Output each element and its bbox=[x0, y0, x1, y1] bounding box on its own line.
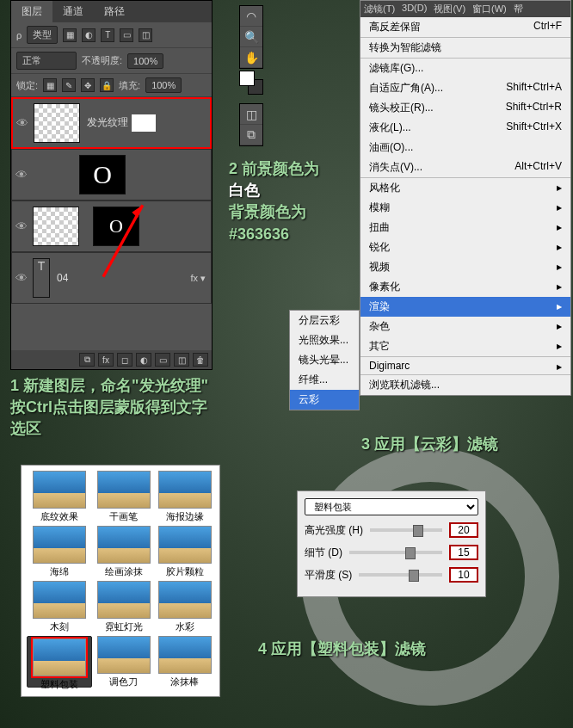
blend-mode-select[interactable]: 正常 bbox=[16, 52, 77, 70]
menu-item[interactable]: 滤镜库(G)... bbox=[360, 58, 570, 78]
lock-move-icon[interactable]: ✥ bbox=[81, 78, 95, 92]
plastic-wrap-dialog: 塑料包装 高光强度 (H)20细节 (D)15平滑度 (S)10 bbox=[297, 490, 486, 597]
filter-adjust-icon[interactable]: ◐ bbox=[82, 28, 96, 42]
screenmode-icon[interactable]: ⧉ bbox=[240, 125, 262, 145]
group-icon[interactable]: ▭ bbox=[155, 353, 170, 367]
menu-item[interactable]: 浏览联机滤镜... bbox=[360, 374, 570, 395]
gallery-item[interactable]: 水彩 bbox=[155, 581, 214, 632]
menu-item[interactable]: 视频 bbox=[360, 257, 570, 277]
layer-name: 发光纹理 bbox=[82, 114, 210, 132]
menu-item[interactable]: 锐化 bbox=[360, 238, 570, 257]
layer-thumb[interactable] bbox=[34, 103, 80, 143]
red-arrow bbox=[90, 198, 159, 284]
menu-item[interactable]: 转换为智能滤镜 bbox=[360, 37, 570, 58]
filter-shape-icon[interactable]: ▭ bbox=[120, 28, 133, 42]
fill-value[interactable]: 100% bbox=[145, 77, 182, 93]
slider[interactable] bbox=[370, 528, 442, 532]
slider-row: 平滑度 (S)10 bbox=[305, 567, 478, 583]
trash-icon[interactable]: 🗑 bbox=[193, 353, 208, 367]
lock-all-icon[interactable]: 🔒 bbox=[100, 78, 114, 92]
gallery-item[interactable]: 胶片颗粒 bbox=[155, 526, 214, 577]
hand-tool-icon[interactable]: ✋ bbox=[240, 47, 262, 68]
menu-item[interactable]: 像素化 bbox=[360, 277, 570, 297]
type-label: ρ bbox=[16, 30, 22, 40]
gallery-item[interactable]: 绘画涂抹 bbox=[94, 526, 153, 577]
new-layer-icon[interactable]: ◫ bbox=[174, 353, 189, 367]
submenu-item[interactable]: 镜头光晕... bbox=[290, 350, 359, 370]
slider-value[interactable]: 10 bbox=[449, 567, 478, 583]
menu-filter[interactable]: 滤镜(T) bbox=[360, 1, 398, 17]
visibility-icon[interactable]: 👁 bbox=[12, 168, 31, 182]
tab-channels[interactable]: 通道 bbox=[52, 1, 94, 22]
menu-item[interactable]: 其它 bbox=[360, 336, 570, 356]
menu-item[interactable]: 高反差保留Ctrl+F bbox=[360, 17, 570, 37]
tab-paths[interactable]: 路径 bbox=[94, 1, 135, 22]
filter-text-icon[interactable]: T bbox=[101, 28, 114, 42]
menu-item[interactable]: 模糊 bbox=[360, 198, 570, 218]
layers-panel: 图层 通道 路径 ρ 类型 ▦ ◐ T ▭ ◫ 正常 不透明度: 100% 锁定… bbox=[10, 0, 213, 370]
lasso-tool-icon[interactable]: ◠ bbox=[240, 6, 262, 27]
layer-thumb[interactable]: O bbox=[79, 155, 126, 194]
layer-row-glow-texture[interactable]: 👁 发光纹理 bbox=[11, 97, 212, 149]
menu-3d[interactable]: 3D(D) bbox=[398, 1, 430, 17]
mask-thumb[interactable] bbox=[132, 114, 156, 132]
gallery-item[interactable]: 底纹效果 bbox=[27, 471, 92, 522]
menu-item[interactable]: Digimarc bbox=[360, 356, 570, 374]
menu-item[interactable]: 油画(O)... bbox=[360, 138, 570, 157]
gallery-item[interactable]: 调色刀 bbox=[94, 636, 153, 688]
lock-transparent-icon[interactable]: ▦ bbox=[43, 78, 57, 92]
tool-strip-2: ◫ ⧉ bbox=[239, 103, 263, 146]
lock-paint-icon[interactable]: ✎ bbox=[62, 78, 76, 92]
menu-item[interactable]: 风格化 bbox=[360, 177, 570, 198]
menu-window[interactable]: 窗口(W) bbox=[469, 1, 510, 17]
visibility-icon[interactable]: 👁 bbox=[13, 116, 32, 130]
foreground-color-swatch[interactable] bbox=[239, 71, 255, 86]
gallery-item[interactable]: 干画笔 bbox=[94, 471, 153, 522]
menu-view[interactable]: 视图(V) bbox=[430, 1, 469, 17]
layer-thumb[interactable] bbox=[33, 207, 79, 246]
menu-item[interactable]: 扭曲 bbox=[360, 218, 570, 238]
menu-item[interactable]: 杂色 bbox=[360, 317, 570, 336]
quickmask-icon[interactable]: ◫ bbox=[240, 104, 262, 125]
menu-item[interactable]: 自适应广角(A)...Shift+Ctrl+A bbox=[360, 78, 570, 98]
menu-item[interactable]: 消失点(V)...Alt+Ctrl+V bbox=[360, 157, 570, 177]
menu-help[interactable]: 帮 bbox=[510, 1, 527, 17]
submenu-item[interactable]: 光照效果... bbox=[290, 330, 359, 350]
filter-menu: 滤镜(T) 3D(D) 视图(V) 窗口(W) 帮 高反差保留Ctrl+F转换为… bbox=[360, 0, 571, 396]
submenu-item[interactable]: 分层云彩 bbox=[290, 311, 359, 330]
gallery-item[interactable]: 塑料包装 bbox=[27, 636, 92, 688]
submenu-item[interactable]: 云彩 bbox=[290, 390, 359, 410]
tab-layers[interactable]: 图层 bbox=[11, 1, 52, 22]
mask-icon[interactable]: ◻ bbox=[117, 353, 132, 367]
gallery-item[interactable]: 木刻 bbox=[27, 581, 92, 632]
slider[interactable] bbox=[349, 551, 442, 554]
lock-label: 锁定: bbox=[16, 79, 38, 92]
opacity-value[interactable]: 100% bbox=[127, 53, 163, 69]
menu-item[interactable]: 渲染 bbox=[360, 297, 570, 317]
annotation-3: 3 应用【云彩】滤镜 bbox=[361, 434, 498, 455]
slider-value[interactable]: 15 bbox=[449, 545, 478, 560]
layer-row-O-large[interactable]: 👁 O bbox=[11, 149, 212, 201]
fx-label[interactable]: fx ▾ bbox=[190, 273, 206, 284]
link-icon[interactable]: ⧉ bbox=[79, 353, 95, 367]
color-swatch[interactable] bbox=[239, 71, 265, 96]
menu-item[interactable]: 镜头校正(R)...Shift+Ctrl+R bbox=[360, 98, 570, 118]
visibility-icon[interactable]: 👁 bbox=[12, 219, 31, 233]
zoom-tool-icon[interactable]: 🔍 bbox=[240, 27, 262, 47]
visibility-icon[interactable]: 👁 bbox=[12, 271, 31, 285]
filter-select[interactable]: 塑料包装 bbox=[305, 498, 478, 515]
gallery-item[interactable]: 海绵 bbox=[27, 526, 92, 577]
gallery-item[interactable]: 涂抹棒 bbox=[155, 636, 214, 688]
menu-item[interactable]: 液化(L)...Shift+Ctrl+X bbox=[360, 118, 570, 138]
gallery-item[interactable]: 海报边缘 bbox=[155, 471, 214, 522]
type-select[interactable]: 类型 bbox=[27, 26, 58, 44]
adjustment-icon[interactable]: ◐ bbox=[136, 353, 151, 367]
gallery-item[interactable]: 霓虹灯光 bbox=[94, 581, 153, 632]
slider[interactable] bbox=[359, 573, 442, 577]
submenu-item[interactable]: 纤维... bbox=[290, 370, 359, 390]
filter-smart-icon[interactable]: ◫ bbox=[139, 28, 152, 42]
slider-value[interactable]: 20 bbox=[449, 522, 478, 538]
fx-icon[interactable]: fx bbox=[98, 353, 114, 367]
filter-pixel-icon[interactable]: ▦ bbox=[63, 28, 77, 42]
slider-label: 高光强度 (H) bbox=[305, 523, 363, 538]
